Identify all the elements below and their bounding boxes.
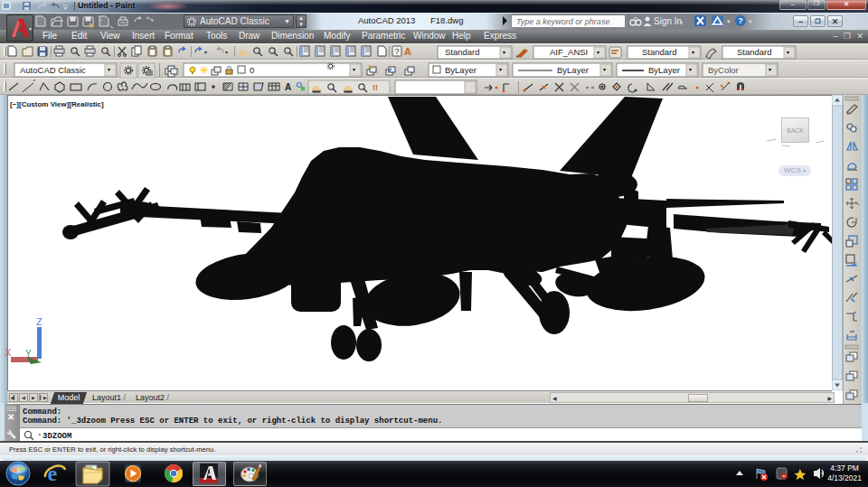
svg-text:AutoCAD Classic: AutoCAD Classic [20, 65, 86, 75]
svg-text:▾: ▾ [597, 50, 599, 55]
svg-text:ByLayer: ByLayer [648, 65, 680, 75]
svg-text:▾: ▾ [503, 50, 505, 55]
svg-text:!!: !! [373, 83, 378, 92]
svg-text:A: A [404, 46, 411, 57]
svg-text:▾: ▾ [603, 67, 606, 72]
svg-text:▾: ▾ [727, 18, 731, 24]
svg-text:Standard: Standard [445, 47, 480, 57]
svg-text:▾: ▾ [353, 67, 355, 72]
svg-text:X: X [5, 347, 12, 358]
svg-text:▾: ▾ [499, 67, 502, 72]
svg-text:▾: ▾ [787, 50, 789, 55]
svg-text:▾: ▾ [749, 18, 752, 24]
svg-text:Y: Y [25, 349, 32, 359]
svg-text:ByLayer: ByLayer [445, 65, 476, 75]
svg-text:ByColor: ByColor [708, 65, 739, 75]
svg-text:0: 0 [250, 65, 254, 75]
svg-text:▾: ▾ [204, 50, 207, 55]
svg-text:▾: ▾ [108, 67, 110, 72]
svg-text:AIF_ANSI: AIF_ANSI [550, 47, 588, 57]
svg-text:?: ? [738, 16, 743, 25]
svg-text:▾: ▾ [689, 67, 692, 72]
svg-text:ByLayer: ByLayer [557, 65, 589, 75]
svg-text:A: A [285, 82, 291, 92]
svg-text:▾: ▾ [769, 67, 771, 72]
svg-text:Z: Z [36, 316, 42, 327]
svg-text:▾: ▾ [692, 50, 694, 55]
svg-text:Standard: Standard [642, 47, 677, 57]
svg-text:Standard: Standard [737, 47, 772, 57]
svg-text:▾: ▾ [225, 50, 228, 55]
